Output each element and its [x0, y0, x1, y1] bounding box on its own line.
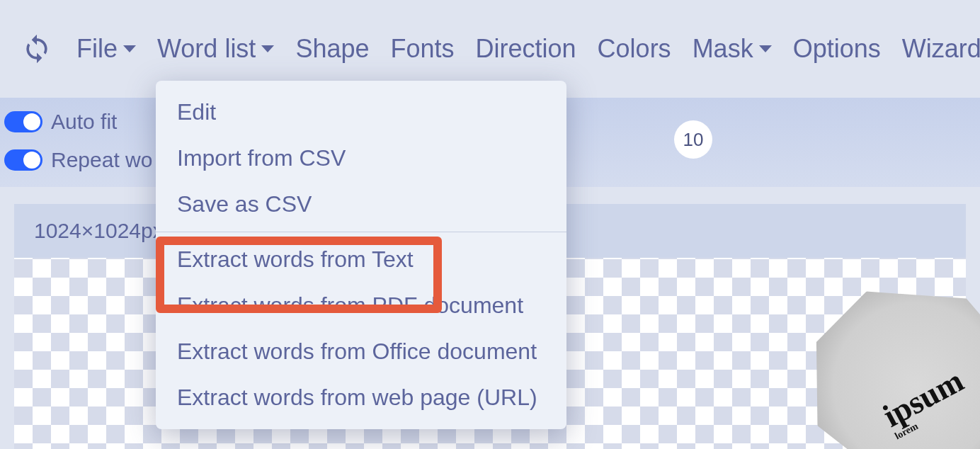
dropdown-item-extract-pdf[interactable]: Extract words from PDF document [156, 283, 566, 329]
wordcloud-preview: ipsum lorem [773, 241, 980, 449]
menu-options-label: Options [793, 34, 881, 64]
menu-colors-label: Colors [598, 34, 671, 64]
wordlist-dropdown: Edit Import from CSV Save as CSV Extract… [156, 81, 566, 429]
dropdown-item-extract-text[interactable]: Extract words from Text [156, 237, 566, 283]
menu-direction[interactable]: Direction [476, 34, 576, 64]
menu-mask[interactable]: Mask [693, 34, 772, 64]
refresh-icon[interactable] [21, 32, 52, 66]
menu-wordlist-label: Word list [157, 34, 256, 64]
caret-down-icon [261, 45, 274, 52]
value-bubble[interactable]: 10 [674, 120, 712, 159]
menu-colors[interactable]: Colors [598, 34, 671, 64]
dropdown-item-import-csv[interactable]: Import from CSV [156, 135, 566, 181]
dropdown-item-save-csv[interactable]: Save as CSV [156, 181, 566, 227]
menu-options[interactable]: Options [793, 34, 881, 64]
menu-shape-label: Shape [295, 34, 369, 64]
menu-wizard[interactable]: Wizard [902, 34, 980, 64]
menu-fonts[interactable]: Fonts [390, 34, 454, 64]
dropdown-divider [156, 232, 566, 232]
caret-down-icon [759, 45, 772, 52]
dropdown-item-extract-office[interactable]: Extract words from Office document [156, 329, 566, 375]
toggle-autofit[interactable] [4, 111, 42, 132]
menu-wizard-label: Wizard [902, 34, 980, 64]
menu-direction-label: Direction [476, 34, 576, 64]
menu-mask-label: Mask [693, 34, 753, 64]
value-bubble-text: 10 [683, 129, 704, 151]
label-repeat-words: Repeat wo [51, 148, 152, 172]
dropdown-item-extract-url[interactable]: Extract words from web page (URL) [156, 375, 566, 421]
dropdown-item-edit[interactable]: Edit [156, 89, 566, 135]
dimensions-text: 1024×1024px [34, 219, 164, 243]
toggle-repeat-words[interactable] [4, 149, 42, 171]
menu-file-label: File [76, 34, 118, 64]
caret-down-icon [123, 45, 136, 52]
wordcloud-shape [773, 241, 980, 449]
menu-file[interactable]: File [76, 34, 136, 64]
menu-shape[interactable]: Shape [295, 34, 369, 64]
menu-fonts-label: Fonts [390, 34, 454, 64]
label-autofit: Auto fit [51, 110, 117, 134]
menu-wordlist[interactable]: Word list [157, 34, 274, 64]
